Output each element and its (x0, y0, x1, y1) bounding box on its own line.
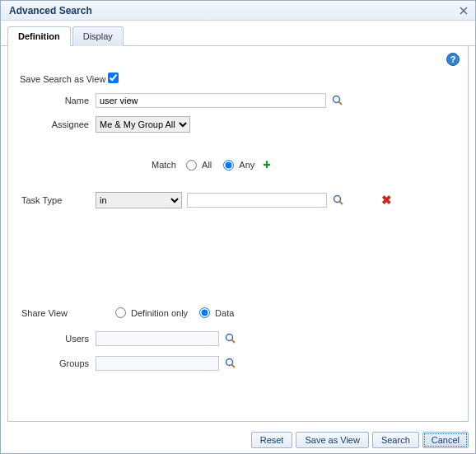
users-label: Users (20, 334, 96, 344)
save-as-view-label: Save Search as View (20, 74, 105, 84)
users-input[interactable] (96, 331, 219, 346)
save-as-view-button[interactable]: Save as View (296, 432, 368, 448)
svg-point-2 (334, 96, 340, 103)
share-data-label: Data (215, 308, 234, 318)
add-condition-icon[interactable]: + (263, 157, 270, 172)
name-input[interactable] (96, 93, 326, 108)
lookup-icon[interactable] (224, 357, 237, 370)
svg-point-4 (334, 196, 341, 203)
task-type-row: Task Type in ✖ (20, 192, 456, 208)
remove-condition-icon[interactable]: ✖ (381, 193, 392, 208)
help-icon[interactable]: ? (446, 53, 460, 66)
share-data-radio[interactable] (199, 307, 210, 318)
task-type-operator-select[interactable]: in (96, 192, 182, 208)
lookup-icon[interactable] (331, 94, 344, 107)
users-row: Users (20, 331, 456, 346)
save-as-view-checkbox[interactable] (108, 73, 119, 83)
advanced-search-dialog: Advanced Search Definition Display ? Sav… (0, 0, 476, 454)
share-view-row: Share View Definition only Data (20, 307, 456, 318)
svg-line-9 (232, 365, 236, 368)
match-all-radio[interactable] (186, 160, 197, 171)
share-definition-label: Definition only (131, 308, 188, 318)
task-type-input[interactable] (187, 193, 327, 208)
name-row: Name (20, 93, 456, 108)
share-definition-radio[interactable] (115, 307, 126, 318)
cancel-button[interactable]: Cancel (422, 432, 469, 448)
definition-panel: ? Save Search as View Name Assignee Me &… (7, 46, 469, 422)
tab-definition[interactable]: Definition (7, 26, 71, 46)
share-view-label: Share View (20, 308, 96, 318)
reset-button[interactable]: Reset (251, 432, 293, 448)
lookup-icon[interactable] (224, 332, 237, 345)
assignee-row: Assignee Me & My Group All (20, 116, 456, 133)
match-any-radio[interactable] (223, 160, 234, 171)
svg-line-5 (340, 202, 343, 205)
search-button[interactable]: Search (372, 432, 419, 448)
close-icon[interactable] (457, 4, 470, 17)
dialog-title: Advanced Search (9, 5, 457, 16)
match-row: Match All Any + (152, 157, 456, 172)
assignee-label: Assignee (20, 119, 96, 129)
groups-row: Groups (20, 356, 456, 371)
save-as-view-row: Save Search as View (20, 73, 456, 85)
assignee-select[interactable]: Me & My Group All (96, 116, 190, 133)
match-label: Match (152, 160, 176, 170)
name-label: Name (20, 96, 96, 105)
groups-input[interactable] (96, 356, 219, 371)
tab-display[interactable]: Display (72, 26, 124, 46)
dialog-footer: Reset Save as View Search Cancel (251, 432, 469, 448)
match-any-label: Any (239, 160, 254, 170)
svg-point-6 (226, 335, 233, 341)
titlebar: Advanced Search (1, 1, 475, 21)
match-all-label: All (202, 160, 212, 170)
svg-line-3 (339, 102, 343, 105)
svg-point-8 (226, 359, 233, 366)
task-type-label: Task Type (20, 195, 96, 205)
tabs: Definition Display (1, 21, 475, 46)
groups-label: Groups (20, 358, 96, 368)
lookup-icon[interactable] (332, 194, 345, 207)
svg-line-7 (232, 340, 236, 344)
